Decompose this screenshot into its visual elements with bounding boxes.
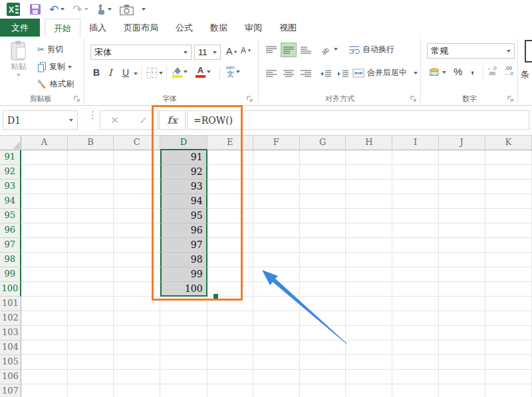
cell-I103[interactable]	[392, 326, 438, 340]
camera-icon[interactable]	[120, 4, 134, 15]
cell-B98[interactable]	[68, 253, 114, 267]
cell-F91[interactable]	[253, 150, 300, 165]
cell-F93[interactable]	[253, 180, 300, 194]
cell-D98[interactable]: 98	[160, 253, 207, 267]
cell-B95[interactable]	[68, 209, 114, 223]
cell-J97[interactable]	[439, 238, 485, 253]
cell-A95[interactable]	[21, 209, 68, 223]
cell-D91[interactable]: 91	[160, 150, 207, 165]
alignment-dialog-launcher-icon[interactable]	[410, 95, 417, 102]
cell-C102[interactable]	[114, 311, 160, 326]
cell-I98[interactable]	[392, 253, 438, 267]
formula-bar-resizer[interactable]: ⋮	[88, 112, 98, 118]
cell-B105[interactable]	[68, 355, 114, 370]
cell-E97[interactable]	[207, 238, 253, 253]
column-header-K[interactable]: K	[485, 136, 532, 150]
tab-page-layout[interactable]: 页面布局	[115, 19, 167, 37]
touch-mode-dropdown-icon[interactable]	[108, 8, 112, 11]
row-header-106[interactable]: 106	[0, 370, 21, 384]
cell-B100[interactable]	[68, 282, 114, 297]
row-header-96[interactable]: 96	[0, 223, 21, 238]
cell-J103[interactable]	[439, 326, 485, 340]
comma-style-button[interactable]: ,	[471, 63, 474, 76]
column-header-F[interactable]: F	[253, 136, 300, 150]
column-header-J[interactable]: J	[439, 136, 485, 150]
row-header-95[interactable]: 95	[0, 209, 21, 223]
orientation-button[interactable]: ab	[319, 43, 338, 55]
cell-J94[interactable]	[439, 194, 485, 209]
cell-D99[interactable]: 99	[160, 267, 207, 282]
cell-G104[interactable]	[300, 340, 346, 355]
borders-dropdown-icon[interactable]	[159, 72, 163, 74]
cell-G102[interactable]	[300, 311, 346, 326]
cell-E93[interactable]	[207, 180, 253, 194]
cell-J106[interactable]	[439, 370, 485, 384]
cell-H94[interactable]	[346, 194, 392, 209]
cell-F100[interactable]	[253, 282, 300, 297]
cell-B91[interactable]	[68, 150, 114, 165]
cell-C92[interactable]	[114, 165, 160, 180]
cell-D105[interactable]	[160, 355, 207, 370]
cell-C98[interactable]	[114, 253, 160, 267]
cell-J98[interactable]	[439, 253, 485, 267]
cell-K102[interactable]	[485, 311, 532, 326]
cell-A97[interactable]	[21, 238, 68, 253]
cell-B106[interactable]	[68, 370, 114, 384]
cell-F104[interactable]	[253, 340, 300, 355]
copy-dropdown-icon[interactable]	[68, 66, 72, 68]
cell-E102[interactable]	[207, 311, 253, 326]
cell-H93[interactable]	[346, 180, 392, 194]
cell-I92[interactable]	[392, 165, 438, 180]
cell-B97[interactable]	[68, 238, 114, 253]
cell-D95[interactable]: 95	[160, 209, 207, 223]
cell-H103[interactable]	[346, 326, 392, 340]
accounting-format-button[interactable]	[428, 67, 446, 77]
cell-C107[interactable]	[114, 384, 160, 397]
fill-color-dropdown-icon[interactable]	[184, 70, 188, 73]
cell-C93[interactable]	[114, 180, 160, 194]
font-size-combo[interactable]: 11	[194, 45, 221, 60]
cell-J100[interactable]	[439, 282, 485, 297]
cell-I107[interactable]	[392, 384, 438, 397]
cell-H106[interactable]	[346, 370, 392, 384]
cell-K103[interactable]	[485, 326, 532, 340]
cell-A92[interactable]	[21, 165, 68, 180]
font-name-combo[interactable]: 宋体	[90, 45, 192, 60]
cell-B104[interactable]	[68, 340, 114, 355]
cell-B102[interactable]	[68, 311, 114, 326]
cell-C97[interactable]	[114, 238, 160, 253]
cell-F107[interactable]	[253, 384, 300, 397]
cell-D97[interactable]: 97	[160, 238, 207, 253]
cell-G106[interactable]	[300, 370, 346, 384]
font-color-dropdown-icon[interactable]	[207, 70, 211, 73]
cell-F103[interactable]	[253, 326, 300, 340]
cell-I96[interactable]	[392, 223, 438, 238]
name-box[interactable]: D1	[3, 110, 78, 130]
cell-A99[interactable]	[21, 267, 68, 282]
name-box-dropdown-icon[interactable]	[69, 119, 73, 122]
cell-A106[interactable]	[21, 370, 68, 384]
cell-G97[interactable]	[300, 238, 346, 253]
tab-home[interactable]: 开始	[45, 19, 80, 37]
cell-I97[interactable]	[392, 238, 438, 253]
align-left-button[interactable]	[263, 66, 279, 81]
cell-D92[interactable]: 92	[160, 165, 207, 180]
tab-data[interactable]: 数据	[201, 19, 236, 37]
row-header-102[interactable]: 102	[0, 311, 21, 326]
decrease-decimal-button[interactable]: .00→.0	[503, 66, 513, 76]
tab-view[interactable]: 视图	[271, 19, 305, 37]
accounting-dropdown-icon[interactable]	[442, 71, 446, 74]
copy-button[interactable]: 复制	[37, 61, 72, 72]
cell-C105[interactable]	[114, 355, 160, 370]
cell-F98[interactable]	[253, 253, 300, 267]
column-header-I[interactable]: I	[392, 136, 438, 150]
customize-quick-access-icon[interactable]	[142, 8, 146, 11]
cell-H99[interactable]	[346, 267, 392, 282]
cell-E98[interactable]	[207, 253, 253, 267]
decrease-font-size-button[interactable]: A▼	[241, 46, 251, 55]
cell-E91[interactable]	[207, 150, 253, 165]
cell-H95[interactable]	[346, 209, 392, 223]
cell-G100[interactable]	[300, 282, 346, 297]
cell-B96[interactable]	[68, 223, 114, 238]
cell-D103[interactable]	[160, 326, 207, 340]
